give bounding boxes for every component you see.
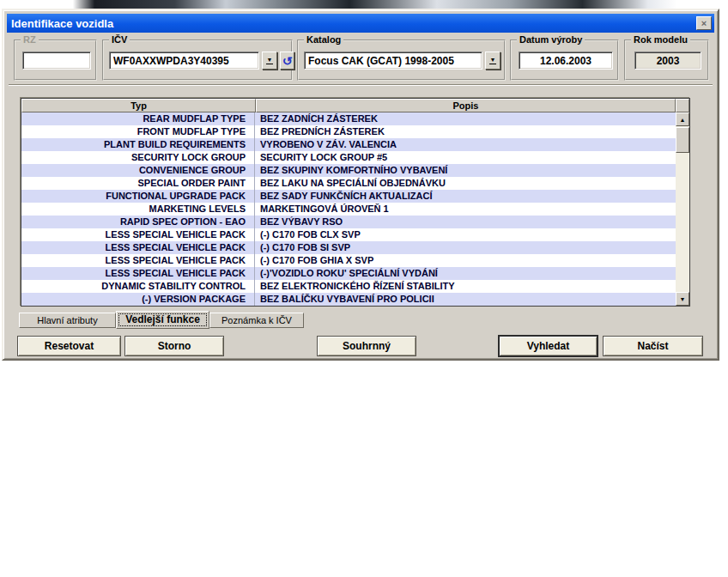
table-header-corner (676, 99, 689, 112)
cell-typ: FRONT MUDFLAP TYPE (21, 125, 255, 138)
table-row[interactable]: LESS SPECIAL VEHICLE PACK (-) C170 FOB S… (21, 241, 676, 254)
table-row[interactable]: SPECIAL ORDER PAINT BEZ LAKU NA SPECIÁLN… (21, 177, 676, 190)
cell-typ: MARKETING LEVELS (21, 203, 255, 216)
cell-typ: LESS SPECIAL VEHICLE PACK (21, 267, 255, 280)
background-photo-strip (0, 0, 728, 9)
table-row[interactable]: CONVENIENCE GROUP BEZ SKUPINY KOMFORTNÍH… (21, 164, 676, 177)
window-title: Identifikace vozidla (11, 17, 696, 30)
nacist-button[interactable]: Načíst (603, 336, 703, 356)
icv-dropdown-button[interactable]: ▼ (262, 52, 277, 70)
datum-vyroby-input[interactable] (519, 52, 613, 70)
rz-input[interactable] (22, 52, 91, 70)
scroll-up-button[interactable]: ▲ (676, 112, 689, 126)
rok-modelu-group-label: Rok modelu (631, 34, 690, 45)
cell-typ: PLANT BUILD REQUIREMENTS (21, 138, 255, 151)
cell-typ: FUNCTIONAL UPGRADE PACK (21, 190, 255, 203)
scroll-thumb[interactable] (676, 127, 689, 153)
table-row[interactable]: MARKETING LEVELS MARKETINGOVÁ ÚROVEŇ 1 (21, 203, 676, 216)
dialog-identifikace-vozidla: Identifikace vozidla × RZ IČV ▼ ↺ Katalo… (2, 9, 719, 361)
icv-group-label: IČV (109, 34, 130, 45)
rok-modelu-input (634, 52, 701, 70)
datum-vyroby-group-label: Datum výroby (517, 34, 585, 45)
cell-popis: BEZ ELEKTRONICKÉHO ŘÍZENÍ STABILITY (255, 280, 676, 293)
scroll-down-icon: ▼ (680, 296, 686, 302)
table-row[interactable]: DYNAMIC STABILITY CONTROL BEZ ELEKTRONIC… (21, 280, 676, 293)
datum-vyroby-group: Datum výroby (510, 39, 619, 81)
cell-popis: BEZ VÝBAVY RSO (255, 216, 676, 228)
cell-popis: (-) C170 FOB GHIA X SVP (255, 254, 676, 267)
cell-typ: LESS SPECIAL VEHICLE PACK (21, 254, 255, 267)
rz-group: RZ (14, 39, 97, 81)
cell-popis: (-) C170 FOB SI SVP (255, 241, 676, 254)
table-row[interactable]: REAR MUDFLAP TYPE BEZ ZADNÍCH ZÁSTEREK (21, 112, 676, 125)
table-row[interactable]: (-) VERSION PACKAGE BEZ BALÍČKU VYBAVENÍ… (21, 293, 676, 306)
icv-group: IČV ▼ ↺ (102, 39, 293, 81)
table-row[interactable]: LESS SPECIAL VEHICLE PACK (-)'VOZIDLO RO… (21, 267, 676, 280)
table-row[interactable]: LESS SPECIAL VEHICLE PACK (-) C170 FOB G… (21, 254, 676, 267)
katalog-group-label: Katalog (304, 34, 343, 45)
katalog-input[interactable] (304, 52, 482, 70)
table-row[interactable]: FUNCTIONAL UPGRADE PACK BEZ SADY FUNKČNÍ… (21, 190, 676, 203)
cell-popis: BEZ PREDNÍCH ZÁSTEREK (255, 125, 676, 138)
title-bar[interactable]: Identifikace vozidla × (7, 14, 714, 33)
vyhledat-button[interactable]: Vyhledat (498, 335, 598, 357)
table-body: REAR MUDFLAP TYPE BEZ ZADNÍCH ZÁSTEREK F… (21, 112, 676, 306)
combo-drop-icon: ▼ (489, 58, 497, 64)
cell-typ: RAPID SPEC OPTION - EAO (21, 216, 255, 228)
close-icon: × (701, 18, 707, 28)
scroll-up-icon: ▲ (680, 117, 686, 123)
table-row[interactable]: LESS SPECIAL VEHICLE PACK (-) C170 FOB C… (21, 228, 676, 241)
table-row[interactable]: SECURITY LOCK GROUP SECURITY LOCK GROUP … (21, 151, 676, 164)
scroll-down-button[interactable]: ▼ (676, 292, 689, 306)
tab-label: Vedlejší funkce (125, 313, 200, 325)
screen: Identifikace vozidla × RZ IČV ▼ ↺ Katalo… (0, 0, 728, 577)
cell-popis: MARKETINGOVÁ ÚROVEŇ 1 (255, 203, 676, 216)
cell-typ: REAR MUDFLAP TYPE (21, 112, 255, 125)
table-header: Typ Popis (21, 99, 689, 112)
table-scrollbar[interactable]: ▲ ▼ (676, 112, 689, 306)
tab-poznamka-k-icv[interactable]: Poznámka k IČV (209, 313, 304, 328)
attributes-table: Typ Popis REAR MUDFLAP TYPE BEZ ZADNÍCH … (21, 98, 690, 307)
column-header-typ: Typ (21, 99, 256, 112)
cell-typ: SPECIAL ORDER PAINT (21, 177, 255, 190)
cell-popis: BEZ SADY FUNKČNÍCH AKTUALIZACÍ (255, 190, 676, 203)
separator (9, 84, 713, 86)
katalog-group: Katalog ▼ (297, 39, 506, 81)
katalog-dropdown-button[interactable]: ▼ (485, 52, 500, 70)
combo-drop-icon: ▼ (266, 58, 274, 64)
refresh-icon: ↺ (282, 55, 293, 67)
storno-button[interactable]: Storno (124, 336, 224, 356)
cell-typ: (-) VERSION PACKAGE (21, 293, 255, 306)
cell-typ: DYNAMIC STABILITY CONTROL (21, 280, 255, 293)
cell-popis: BEZ ZADNÍCH ZÁSTEREK (255, 112, 676, 125)
table-row[interactable]: RAPID SPEC OPTION - EAO BEZ VÝBAVY RSO (21, 216, 676, 228)
souhrnny-button[interactable]: Souhrnný (317, 336, 416, 356)
tab-label: Poznámka k IČV (221, 315, 292, 325)
tab-label: Hlavní atributy (37, 315, 97, 325)
tab-vedlejsi-funkce[interactable]: Vedlejší funkce (116, 311, 209, 329)
rok-modelu-group: Rok modelu (624, 39, 709, 81)
cell-typ: LESS SPECIAL VEHICLE PACK (21, 228, 255, 241)
cell-typ: CONVENIENCE GROUP (21, 164, 255, 177)
cell-typ: LESS SPECIAL VEHICLE PACK (21, 241, 255, 254)
table-row[interactable]: FRONT MUDFLAP TYPE BEZ PREDNÍCH ZÁSTEREK (21, 125, 676, 138)
cell-popis: SECURITY LOCK GROUP #5 (255, 151, 676, 164)
icv-input[interactable] (109, 52, 259, 70)
tab-hlavni-atributy[interactable]: Hlavní atributy (19, 313, 116, 328)
column-header-popis: Popis (256, 99, 676, 112)
icv-refresh-button[interactable]: ↺ (280, 52, 294, 70)
rz-group-label: RZ (21, 34, 39, 45)
cell-popis: BEZ SKUPINY KOMFORTNÍHO VYBAVENÍ (255, 164, 676, 177)
cell-popis: VYROBENO V ZÁV. VALENCIA (255, 138, 676, 151)
close-button[interactable]: × (696, 16, 712, 30)
cell-popis: (-)'VOZIDLO ROKU' SPECIÁLNÍ VYDÁNÍ (255, 267, 676, 280)
cell-popis: BEZ LAKU NA SPECIÁLNÍ OBJEDNÁVKU (255, 177, 676, 190)
resetovat-button[interactable]: Resetovat (17, 336, 121, 356)
cell-popis: BEZ BALÍČKU VYBAVENÍ PRO POLICII (255, 293, 676, 306)
cell-typ: SECURITY LOCK GROUP (21, 151, 255, 164)
cell-popis: (-) C170 FOB CLX SVP (255, 228, 676, 241)
table-row[interactable]: PLANT BUILD REQUIREMENTS VYROBENO V ZÁV.… (21, 138, 676, 151)
